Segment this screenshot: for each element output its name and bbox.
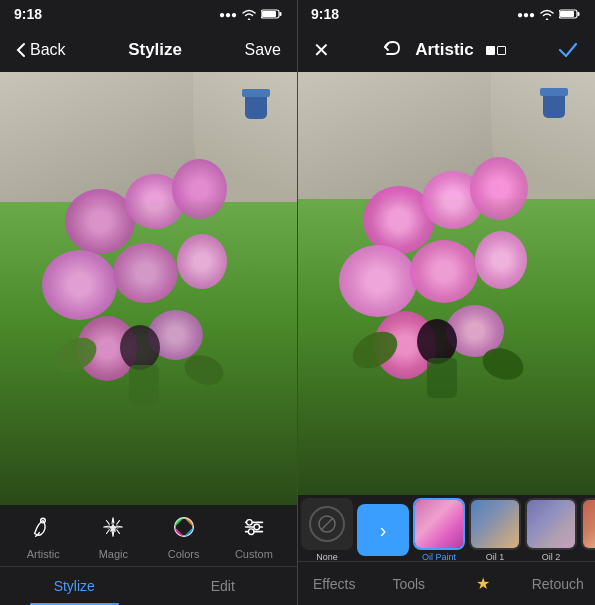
svg-point-10 [246, 520, 252, 526]
svg-rect-1 [262, 11, 276, 17]
left-bottom-toolbar: Artistic [0, 505, 297, 605]
custom-label: Custom [235, 548, 273, 560]
star-icon: ★ [476, 574, 490, 593]
svg-point-11 [254, 524, 260, 530]
svg-line-17 [321, 518, 333, 530]
wifi-icon-right [539, 8, 555, 20]
effect-label-oil-paint: Oil Paint [422, 552, 456, 561]
bottom-tabs-left: Stylize Edit [0, 566, 297, 605]
left-top-nav: Back Stylize Save [0, 28, 297, 72]
tab-stylize-label: Stylize [54, 578, 95, 594]
left-time: 9:18 [14, 6, 42, 22]
signal-icon-right: ●●● [517, 9, 535, 20]
tab-retouch-label: Retouch [532, 576, 584, 592]
effect-item-oil-paint[interactable]: Oil Paint [413, 498, 465, 561]
tab-tools-label: Tools [392, 576, 425, 592]
svg-rect-15 [578, 12, 580, 16]
effect-item-oil3[interactable]: Oil 3 [581, 498, 595, 561]
oil-paint-preview [415, 500, 463, 548]
confirm-icon[interactable] [557, 39, 579, 61]
flowers-left [30, 159, 268, 462]
view-mode-icon[interactable] [486, 46, 506, 55]
oil3-preview [583, 500, 595, 548]
magic-label: Magic [99, 548, 128, 560]
toolbar-item-magic[interactable]: Magic [78, 511, 148, 560]
effect-label-none: None [316, 552, 338, 561]
tab-favorites[interactable]: ★ [446, 562, 521, 605]
right-nav-title: Artistic [415, 40, 474, 60]
tab-effects[interactable]: Effects [297, 562, 372, 605]
right-image-area [297, 72, 595, 495]
blue-pot [245, 94, 267, 119]
svg-marker-4 [109, 523, 118, 532]
effect-label-oil2: Oil 2 [542, 552, 561, 561]
left-status-bar: 9:18 ●●● [0, 0, 297, 28]
left-status-icons: ●●● [219, 8, 283, 20]
tab-edit-label: Edit [211, 578, 235, 594]
right-panel: 9:18 ●●● ✕ [297, 0, 595, 605]
flower-blob [410, 240, 478, 303]
svg-point-6 [181, 524, 187, 530]
right-status-icons: ●●● [517, 8, 581, 20]
battery-icon [261, 8, 283, 20]
arrow-right-icon: › [380, 519, 387, 542]
battery-icon-right [559, 8, 581, 20]
left-image-area [0, 72, 297, 505]
square-outline [497, 46, 506, 55]
tab-stylize[interactable]: Stylize [0, 567, 149, 605]
effect-item-none[interactable]: None [301, 498, 353, 561]
custom-icon-wrap [238, 511, 270, 543]
colors-icon-wrap [168, 511, 200, 543]
tab-edit[interactable]: Edit [149, 567, 298, 605]
artistic-icon [30, 514, 56, 540]
right-status-bar: 9:18 ●●● [297, 0, 595, 28]
oil1-preview [471, 500, 519, 548]
blue-pot-right [543, 93, 565, 118]
effects-row: None › Oil Paint [297, 495, 595, 561]
flower-stem [427, 358, 457, 398]
effect-label-oil1: Oil 1 [486, 552, 505, 561]
flower-blob [470, 157, 528, 220]
effect-item-oil2[interactable]: Oil 2 [525, 498, 577, 561]
flower-dark-center [120, 325, 160, 370]
flower-blob [339, 245, 417, 317]
colors-icon [171, 514, 197, 540]
effects-expand-button[interactable]: › [357, 504, 409, 556]
square-filled [486, 46, 495, 55]
artistic-label: Artistic [27, 548, 60, 560]
left-panel: 9:18 ●●● Back [0, 0, 297, 605]
toolbar-item-custom[interactable]: Custom [219, 511, 289, 560]
flowers-right [327, 157, 565, 453]
effect-item-oil1[interactable]: Oil 1 [469, 498, 521, 561]
magic-icon [100, 514, 126, 540]
flower-stem [129, 365, 159, 405]
undo-icon[interactable] [381, 39, 403, 61]
left-flower-scene [0, 72, 297, 505]
left-nav-title: Stylize [128, 40, 182, 60]
tab-retouch[interactable]: Retouch [521, 562, 596, 605]
flower-blob [177, 234, 227, 289]
toolbar-item-colors[interactable]: Colors [149, 511, 219, 560]
magic-icon-wrap [97, 511, 129, 543]
wifi-icon [241, 8, 257, 20]
effect-thumb-oil-paint [413, 498, 465, 550]
svg-point-12 [248, 529, 254, 535]
bottom-tabs-right: Effects Tools ★ Retouch [297, 561, 595, 605]
nav-center-icons: Artistic [381, 39, 506, 61]
effect-thumb-oil3 [581, 498, 595, 550]
effect-thumb-oil2 [525, 498, 577, 550]
back-button[interactable]: Back [16, 41, 66, 59]
close-button[interactable]: ✕ [313, 38, 330, 62]
flower-blob [42, 250, 117, 320]
flower-blob [172, 159, 227, 219]
flower-blob [113, 243, 178, 303]
save-button[interactable]: Save [245, 41, 281, 59]
effect-thumb-oil1 [469, 498, 521, 550]
right-top-nav: ✕ Artistic [297, 28, 595, 72]
tab-tools[interactable]: Tools [372, 562, 447, 605]
effect-thumb-none [301, 498, 353, 550]
custom-icon [241, 514, 267, 540]
toolbar-item-artistic[interactable]: Artistic [8, 511, 78, 560]
signal-icon: ●●● [219, 9, 237, 20]
none-icon [309, 506, 345, 542]
